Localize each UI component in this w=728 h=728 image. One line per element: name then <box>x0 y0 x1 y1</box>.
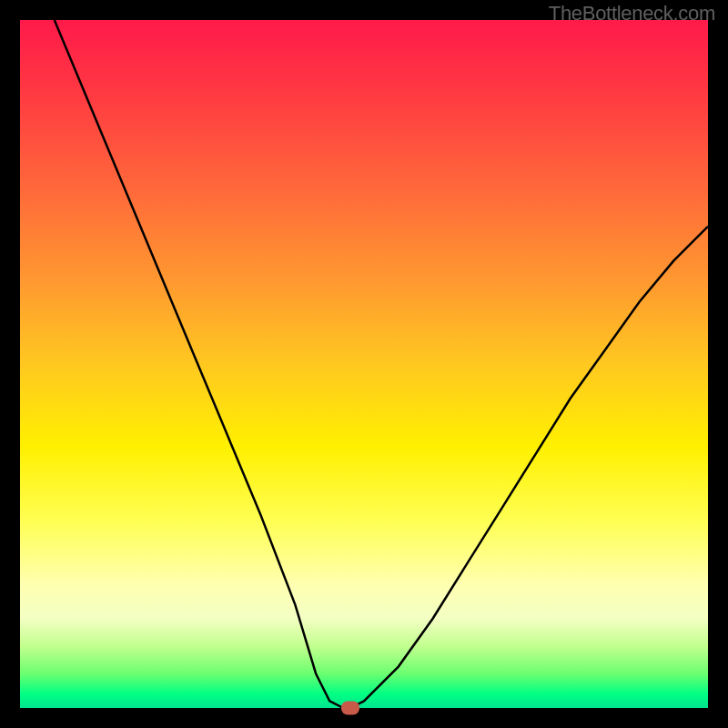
chart-plot-area <box>20 20 708 708</box>
bottleneck-curve <box>20 20 708 708</box>
curve-path <box>55 20 708 708</box>
watermark-text: TheBottleneck.com <box>549 2 715 25</box>
optimum-marker <box>341 702 359 715</box>
